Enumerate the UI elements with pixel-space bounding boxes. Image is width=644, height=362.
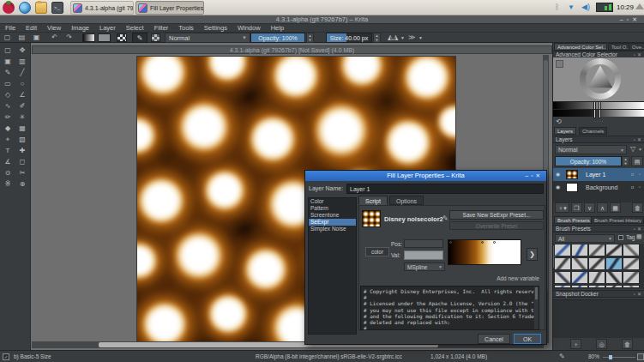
splitter-handle[interactable]: ···· — [553, 117, 644, 125]
script-scrollbar[interactable] — [534, 287, 539, 329]
line-tool[interactable]: ╱ — [15, 67, 29, 78]
tag-checkbox[interactable] — [618, 235, 623, 240]
fill-color-swatch[interactable] — [98, 33, 111, 42]
contiguous-select-tool[interactable]: ※ — [1, 178, 15, 190]
color-ramp[interactable] — [448, 239, 521, 265]
dialog-titlebar[interactable]: Fill Layer Properties – Krita –▫✕ — [305, 171, 546, 181]
generator-pattern[interactable]: Pattern — [309, 205, 356, 212]
brush-preset-icon[interactable]: ✓ — [3, 353, 9, 360]
wrap-around-icon[interactable]: ≫ — [408, 33, 415, 42]
pattern-edit-tool[interactable]: ▦ — [15, 123, 29, 134]
brush-preset[interactable] — [588, 271, 605, 284]
color-patch-button[interactable] — [556, 60, 563, 68]
ok-button[interactable]: OK — [514, 334, 541, 344]
tab-script[interactable]: Script — [358, 196, 388, 205]
crop-tool[interactable]: ▣ — [1, 56, 15, 67]
redo-icon[interactable]: ↷ — [64, 33, 74, 42]
tab-brush-presets[interactable]: Brush Presets — [554, 216, 593, 224]
close-docker-icon[interactable]: ✕ — [637, 137, 643, 142]
dialog-close-button[interactable]: ✕ — [536, 172, 543, 178]
clock[interactable]: 10:29 — [617, 3, 634, 11]
close-docker-icon[interactable]: ✕ — [637, 292, 643, 297]
close-button[interactable]: ✕ — [632, 16, 641, 22]
brush-preset[interactable] — [588, 285, 605, 288]
brush-preset[interactable] — [623, 271, 640, 284]
menu-tools[interactable]: Tools — [173, 24, 199, 33]
multibrush-tool[interactable]: ✳ — [15, 112, 29, 123]
opacity-spinner[interactable]: ▲▼ — [306, 33, 314, 43]
zoom-fit-button[interactable] — [637, 353, 644, 360]
layer-opacity-spinner[interactable]: ▲▼ — [622, 156, 629, 166]
save-new-preset-button[interactable]: Save New SeExpr Preset... — [449, 210, 544, 220]
delete-snapshot-button[interactable]: 🗑 — [622, 339, 633, 349]
brush-preset[interactable] — [623, 285, 640, 288]
menu-edit[interactable]: Edit — [21, 24, 42, 33]
raspberry-menu-icon[interactable] — [3, 2, 15, 14]
color-profile-status[interactable]: RGB/Alpha (8-bit integer/channel) sRGB-e… — [256, 353, 402, 359]
size-spinner[interactable]: ▲▼ — [373, 33, 381, 43]
overwrite-preset-button[interactable]: Overwrite Preset — [449, 221, 544, 230]
volume-icon[interactable]: ◀) — [581, 3, 590, 12]
menu-view[interactable]: View — [42, 24, 66, 33]
minimize-button[interactable]: – — [620, 16, 627, 22]
generator-screentone[interactable]: Screentone — [309, 212, 356, 219]
freehand-select-tool[interactable]: ✂ — [15, 167, 29, 178]
rectangle-tool[interactable]: ▭ — [1, 78, 15, 89]
ellipse-tool[interactable]: ○ — [15, 78, 29, 89]
brush-preset[interactable] — [571, 271, 588, 284]
taskbar-window-dialog[interactable]: Fill Layer Properties -- — [135, 1, 204, 15]
bezier-curve-tool[interactable]: ∿ — [1, 100, 15, 112]
blending-mode-dropdown[interactable]: Normal ▼ — [165, 33, 250, 43]
add-variable-link[interactable]: Add new variable — [464, 275, 539, 281]
selection-display-icon[interactable]: ✎ — [559, 353, 565, 360]
move-layer-down-button[interactable]: ∨ — [584, 202, 595, 213]
variable-chip-color[interactable]: color — [365, 247, 389, 256]
brush-preset[interactable] — [554, 285, 571, 288]
taskbar-window-krita[interactable]: 4.3.1-alpha (git 7926... — [70, 1, 134, 15]
wifi-icon[interactable]: ▼ — [568, 3, 575, 12]
gradient-tool[interactable]: ▥ — [15, 56, 29, 67]
menu-image[interactable]: Image — [66, 24, 94, 33]
value-strip[interactable] — [553, 101, 644, 109]
tab-brush-preset-history[interactable]: Brush Preset History — [591, 216, 644, 224]
tab-channels[interactable]: Channels — [579, 127, 607, 135]
menu-window[interactable]: Window — [232, 24, 266, 33]
layer-filter-icon[interactable]: ▽ — [630, 145, 635, 153]
next-variable-button[interactable]: ❯ — [527, 248, 538, 261]
tab-advanced-color-selector[interactable]: Advanced Color Sel... — [554, 43, 607, 51]
chevron-down-icon[interactable]: ▼ — [638, 147, 642, 152]
chevron-down-icon[interactable]: ▼ — [418, 33, 423, 42]
brush-preset[interactable] — [588, 257, 605, 270]
mirror-horizontal-icon[interactable]: ◭◮ — [388, 33, 398, 42]
rect-select-tool[interactable]: ◻ — [15, 156, 29, 167]
menu-layer[interactable]: Layer — [94, 24, 121, 33]
terminal-icon[interactable]: >_ — [51, 2, 63, 14]
assistants-tool[interactable]: ✚ — [15, 145, 29, 156]
visibility-eye-icon[interactable]: ◉ — [556, 172, 563, 178]
move-layer-up-button[interactable]: ∧ — [597, 202, 608, 213]
image-dimensions-status[interactable]: 1,024 x 1,024 (4.0 MB) — [430, 353, 487, 359]
pattern-swatch[interactable] — [117, 33, 127, 42]
zoom-level[interactable]: 80% — [588, 353, 599, 359]
brush-preset[interactable] — [605, 285, 623, 288]
gradient-swatch[interactable] — [82, 33, 95, 42]
generator-color[interactable]: Color — [309, 198, 356, 205]
save-icon[interactable]: ▣ — [32, 33, 41, 42]
color-selector-widget[interactable] — [553, 57, 644, 101]
brush-preset-chooser-icon[interactable] — [151, 33, 160, 42]
edit-preset-icon[interactable]: ✎ — [442, 214, 448, 222]
color-history-icon[interactable]: ⟲ — [556, 118, 562, 125]
zoom-tool[interactable]: ⊕ — [15, 178, 29, 190]
brush-preset[interactable] — [605, 257, 623, 270]
text-tool[interactable]: T — [1, 145, 15, 156]
generator-simplex-noise[interactable]: Simplex Noise — [309, 226, 356, 232]
snapshot-list[interactable] — [553, 299, 644, 338]
move-tool[interactable]: ✥ — [15, 45, 29, 56]
pos-input[interactable] — [404, 239, 443, 248]
tab-options[interactable]: Options — [389, 196, 424, 205]
menu-help[interactable]: Help — [266, 24, 289, 33]
layer-row[interactable]: ◉Layer 1α ▫ — [553, 168, 644, 181]
delete-layer-button[interactable]: 🗑 — [632, 202, 643, 213]
display-mode-icon[interactable]: ▦ — [636, 233, 642, 240]
opacity-slider[interactable]: Opacity: 100% — [250, 33, 305, 43]
